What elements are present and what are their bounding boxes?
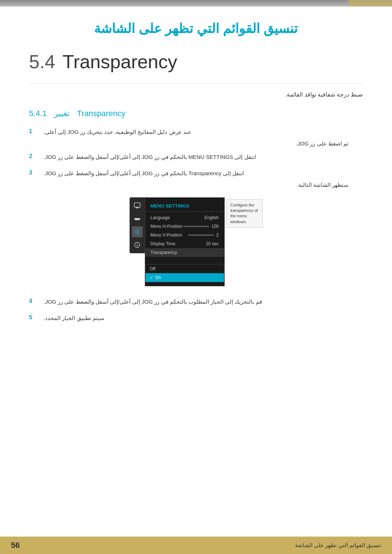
footer-text: تنسيق القوائم التي تظهر على الشاشة xyxy=(295,542,381,549)
section-desc: ضبط درجة شفافية نوافذ القائمة. xyxy=(29,91,363,98)
svg-point-5 xyxy=(136,231,138,233)
osd-icon-info: i xyxy=(132,239,143,250)
main-content: Transparency 5.4 ضبط درجة شفافية نوافذ ا… xyxy=(0,44,392,359)
svg-rect-3 xyxy=(134,218,140,219)
step-5-text: سيتم تطبيق الخيار المحدد. xyxy=(44,313,105,323)
step-2-number: 2 xyxy=(29,153,38,160)
osd-menu-item-transparency: Transparency xyxy=(145,248,224,257)
top-bar xyxy=(0,0,392,7)
step-3: انتقل إلى Transparency بالتحكم في زر JOG… xyxy=(29,169,363,178)
osd-menu-item-transparency-label: Transparency xyxy=(151,250,177,255)
step-4-text: قم بالتحريك إلى الخيار المطلوب بالتحكم ف… xyxy=(44,297,262,307)
osd-main-menu: MENU SETTINGS Language English Menu H-Po… xyxy=(145,197,225,286)
step-5: سيتم تطبيق الخيار المحدد. 5 xyxy=(29,313,363,323)
step-1-number: 1 xyxy=(29,128,38,135)
step-1: عند عرض دليل المفاتيح الوظيفية، حدد بتحر… xyxy=(29,127,363,137)
footer-page-number: 56 xyxy=(11,541,20,550)
osd-menu-item-h-pos-value: 100 xyxy=(184,224,219,229)
subsection-heading: Transparency تغيير 5.4.1 xyxy=(29,109,363,118)
subsection-title-label: تغيير xyxy=(54,109,70,118)
section-title-en: Transparency xyxy=(62,51,177,73)
osd-dropdown-on[interactable]: ✓ On xyxy=(146,273,224,282)
osd-menu-item-display-time-label: Display Time xyxy=(151,241,176,246)
section-number: 5.4 xyxy=(29,51,55,73)
osd-menu-item-language-value: English xyxy=(204,215,219,220)
menu-screenshot: i MENU SETTINGS Language English Menu H-… xyxy=(29,197,363,286)
top-bar-accent xyxy=(348,0,392,7)
h-pos-slider xyxy=(184,226,209,227)
subsection-number: 5.4.1 xyxy=(29,109,47,118)
osd-icon-brightness xyxy=(132,213,143,224)
osd-dropdown: Off ✓ On xyxy=(145,264,224,282)
osd-menu-item-v-pos-value: 2 xyxy=(188,233,219,238)
step-3-text: انتقل إلى Transparency بالتحكم في زر JOG… xyxy=(44,169,244,178)
step-3-number: 3 xyxy=(29,169,38,176)
menu-container: i MENU SETTINGS Language English Menu H-… xyxy=(130,197,263,286)
svg-rect-0 xyxy=(134,203,140,207)
section-number-row: Transparency 5.4 xyxy=(29,51,363,73)
step-1-text: عند عرض دليل المفاتيح الوظيفية، حدد بتحر… xyxy=(44,127,191,137)
osd-menu-title: MENU SETTINGS xyxy=(145,201,224,212)
step-4: قم بالتحريك إلى الخيار المطلوب بالتحكم ف… xyxy=(29,297,363,307)
osd-menu-item-display-time: Display Time 20 sec xyxy=(145,239,224,248)
osd-icon-monitor xyxy=(132,200,143,211)
page-title: تنسيق القوائم التي تظهر على الشاشة xyxy=(29,21,363,36)
osd-icon-settings xyxy=(132,226,143,237)
svg-rect-4 xyxy=(135,219,139,220)
svg-text:i: i xyxy=(136,243,138,247)
osd-menu-item-language: Language English xyxy=(145,213,224,222)
step-2: انتقل إلى MENU SETTINGS بالتحكم في زر JO… xyxy=(29,152,363,162)
osd-menu-item-h-pos-label: Menu H-Position xyxy=(151,224,183,229)
osd-menu-item-h-pos: Menu H-Position 100 xyxy=(145,222,224,231)
divider xyxy=(29,83,363,84)
page-title-section: تنسيق القوائم التي تظهر على الشاشة xyxy=(0,7,392,44)
svg-rect-2 xyxy=(135,208,139,208)
step-4-number: 4 xyxy=(29,298,38,304)
section-heading: Transparency 5.4 xyxy=(29,51,363,73)
osd-menu-item-v-pos-label: Menu V-Position xyxy=(151,233,182,238)
osd-sidebar: i xyxy=(130,197,145,253)
osd-menu-item-language-label: Language xyxy=(151,215,170,220)
footer: تنسيق القوائم التي تظهر على الشاشة 56 xyxy=(0,537,392,554)
checkmark-icon: ✓ xyxy=(150,275,154,280)
osd-tooltip: Configure the transparency of the menu w… xyxy=(226,199,263,228)
step-2-text: انتقل إلى MENU SETTINGS بالتحكم في زر JO… xyxy=(44,152,256,162)
step-3-sub: ستظهر الشاشة التالية. xyxy=(29,182,363,188)
osd-menu-item-v-pos: Menu V-Position 2 xyxy=(145,231,224,239)
osd-dropdown-off[interactable]: Off xyxy=(146,264,224,273)
v-pos-slider xyxy=(188,234,214,236)
svg-rect-1 xyxy=(136,207,138,208)
step-5-number: 5 xyxy=(29,314,38,321)
osd-menu-item-display-time-value: 20 sec xyxy=(206,241,219,246)
step-1-sub: ثم اضغط على زر JOG. xyxy=(29,140,363,147)
subsection-title-en: Transparency xyxy=(77,109,126,118)
